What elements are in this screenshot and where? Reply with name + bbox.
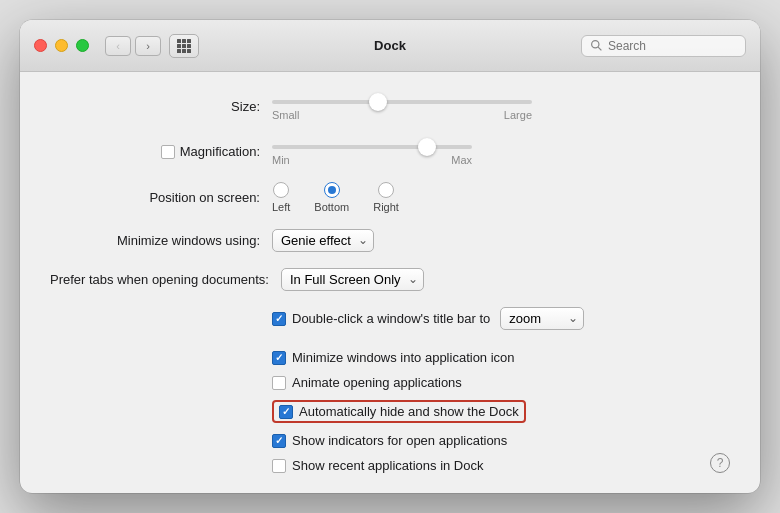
- back-button[interactable]: ‹: [105, 36, 131, 56]
- minimize-to-icon-row: Minimize windows into application icon: [272, 350, 730, 365]
- svg-line-1: [598, 47, 601, 50]
- minimize-dropdown[interactable]: Genie effect Scale effect: [272, 229, 374, 252]
- forward-button[interactable]: ›: [135, 36, 161, 56]
- position-left-item: Left: [272, 182, 290, 213]
- help-button[interactable]: ?: [710, 453, 730, 473]
- position-right-radio[interactable]: [378, 182, 394, 198]
- position-bottom-item: Bottom: [314, 182, 349, 213]
- grid-view-button[interactable]: [169, 34, 199, 58]
- magnification-slider[interactable]: [272, 145, 472, 149]
- animate-checkbox[interactable]: [272, 376, 286, 390]
- prefer-tabs-row: Prefer tabs when opening documents: In F…: [50, 268, 730, 291]
- maximize-button[interactable]: [76, 39, 89, 52]
- double-click-label: Double-click a window's title bar to: [292, 311, 490, 326]
- position-label: Position on screen:: [50, 190, 260, 205]
- back-icon: ‹: [116, 40, 120, 52]
- position-right-label: Right: [373, 201, 399, 213]
- mag-checkbox-label: Magnification:: [161, 144, 260, 159]
- show-recent-checkbox[interactable]: [272, 459, 286, 473]
- animate-row: Animate opening applications: [272, 375, 730, 390]
- prefer-tabs-dropdown[interactable]: In Full Screen Only Always Never Manuall…: [281, 268, 424, 291]
- magnification-checkbox[interactable]: [161, 145, 175, 159]
- position-bottom-label: Bottom: [314, 201, 349, 213]
- position-left-radio[interactable]: [273, 182, 289, 198]
- magnification-row: Magnification: Min Max: [50, 137, 730, 166]
- forward-icon: ›: [146, 40, 150, 52]
- size-slider[interactable]: [272, 100, 532, 104]
- position-radio-group: Left Bottom Right: [272, 182, 399, 213]
- grid-icon: [177, 39, 191, 53]
- minimize-row: Minimize windows using: Genie effect Sca…: [50, 229, 730, 252]
- show-indicators-checkbox[interactable]: [272, 434, 286, 448]
- mag-left: Magnification:: [50, 144, 260, 159]
- prefer-tabs-dropdown-wrapper: In Full Screen Only Always Never Manuall…: [281, 268, 424, 291]
- minimize-to-icon-checkbox[interactable]: [272, 351, 286, 365]
- bottom-area: Double-click a window's title bar to zoo…: [50, 307, 730, 473]
- prefer-tabs-label: Prefer tabs when opening documents:: [50, 272, 269, 287]
- animate-label: Animate opening applications: [292, 375, 462, 390]
- svg-point-0: [592, 41, 599, 48]
- search-input[interactable]: [608, 39, 737, 53]
- magnification-label: Magnification:: [180, 144, 260, 159]
- traffic-lights: [34, 39, 89, 52]
- auto-hide-highlighted: Automatically hide and show the Dock: [272, 400, 526, 423]
- help-icon: ?: [717, 456, 724, 470]
- titlebar: ‹ › Dock: [20, 20, 760, 72]
- double-click-checkbox[interactable]: [272, 312, 286, 326]
- show-recent-row: Show recent applications in Dock: [272, 458, 730, 473]
- size-slider-container: Small Large: [272, 92, 532, 121]
- minimize-dropdown-wrapper: Genie effect Scale effect: [272, 229, 374, 252]
- content-area: Size: Small Large Magnification:: [20, 72, 760, 493]
- position-right-item: Right: [373, 182, 399, 213]
- size-label: Size:: [50, 99, 260, 114]
- position-row: Position on screen: Left Bottom Right: [50, 182, 730, 213]
- auto-hide-row: Automatically hide and show the Dock: [272, 400, 730, 423]
- double-click-dropdown[interactable]: zoom minimize: [500, 307, 584, 330]
- position-bottom-radio[interactable]: [324, 182, 340, 198]
- mag-slider-container: Min Max: [272, 137, 472, 166]
- double-click-row: Double-click a window's title bar to zoo…: [272, 307, 730, 330]
- double-click-dropdown-wrapper: zoom minimize: [500, 307, 584, 330]
- auto-hide-label: Automatically hide and show the Dock: [299, 404, 519, 419]
- position-left-label: Left: [272, 201, 290, 213]
- nav-buttons: ‹ ›: [105, 36, 161, 56]
- minimize-to-icon-label: Minimize windows into application icon: [292, 350, 515, 365]
- checkbox-rows: Double-click a window's title bar to zoo…: [272, 307, 730, 473]
- show-recent-label: Show recent applications in Dock: [292, 458, 484, 473]
- show-indicators-row: Show indicators for open applications: [272, 433, 730, 448]
- dock-preferences-window: ‹ › Dock Size:: [20, 20, 760, 493]
- minimize-button[interactable]: [55, 39, 68, 52]
- size-row: Size: Small Large: [50, 92, 730, 121]
- search-icon: [590, 39, 603, 52]
- show-indicators-label: Show indicators for open applications: [292, 433, 507, 448]
- search-box[interactable]: [581, 35, 746, 57]
- auto-hide-checkbox[interactable]: [279, 405, 293, 419]
- window-title: Dock: [374, 38, 406, 53]
- minimize-label: Minimize windows using:: [50, 233, 260, 248]
- close-button[interactable]: [34, 39, 47, 52]
